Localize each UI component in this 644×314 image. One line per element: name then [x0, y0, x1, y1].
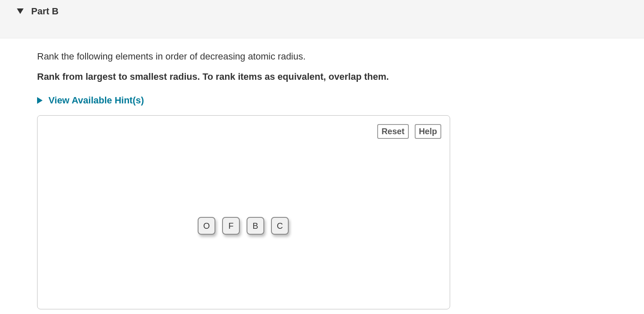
question-instruction: Rank from largest to smallest radius. To… — [37, 71, 464, 82]
hints-label: View Available Hint(s) — [48, 95, 144, 106]
hints-toggle[interactable]: View Available Hint(s) — [37, 95, 464, 106]
ranking-area[interactable]: Reset Help O F B C — [37, 115, 450, 309]
element-tile[interactable]: F — [222, 217, 240, 235]
tile-tray: O F B C — [198, 217, 289, 235]
element-tile[interactable]: B — [247, 217, 264, 235]
collapse-icon[interactable] — [17, 8, 24, 14]
part-header: Part B — [0, 0, 644, 38]
ranking-controls: Reset Help — [377, 124, 441, 139]
chevron-right-icon — [37, 97, 43, 104]
element-tile[interactable]: C — [271, 217, 289, 235]
content-area: Rank the following elements in order of … — [0, 38, 464, 309]
help-button[interactable]: Help — [415, 124, 441, 139]
reset-button[interactable]: Reset — [377, 124, 408, 139]
part-title: Part B — [31, 6, 59, 17]
question-prompt: Rank the following elements in order of … — [37, 51, 464, 62]
element-tile[interactable]: O — [198, 217, 215, 235]
